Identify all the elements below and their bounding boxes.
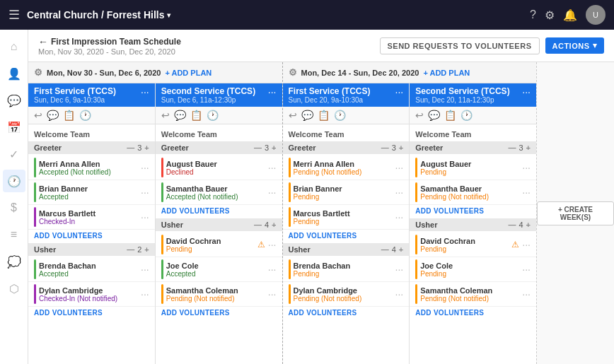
sidebar-item-people[interactable]: 👤 [3, 62, 25, 85]
create-week-button[interactable]: + CREATE WEEK(S) [537, 201, 614, 225]
hamburger-icon[interactable]: ☰ [8, 7, 20, 23]
chat-svc-icon[interactable]: 💬 [301, 110, 313, 121]
nav-icons: ? ⚙ 🔔 U [530, 5, 606, 25]
vol-dots[interactable]: ··· [268, 264, 277, 275]
add-volunteers-btn[interactable]: ADD VOLUNTEERS [283, 307, 410, 319]
back-arrow-icon[interactable]: ← [38, 36, 48, 47]
vol-dots[interactable]: ··· [141, 211, 149, 223]
week-1-section: ⚙ Mon, Nov 30 - Sun, Dec 6, 2020 + ADD P… [28, 62, 282, 83]
vol-dots[interactable]: ··· [395, 288, 404, 300]
notifications-icon[interactable]: 🔔 [563, 8, 577, 22]
sidebar-item-chat[interactable]: 💬 [3, 89, 25, 112]
chat-svc-icon[interactable]: 💬 [428, 110, 440, 121]
vol-dots[interactable]: ··· [141, 264, 149, 275]
vol-dots[interactable]: ··· [522, 264, 531, 275]
sidebar-item-dollar[interactable]: $ [3, 196, 25, 219]
add-volunteers-btn[interactable]: ADD VOLUNTEERS [410, 205, 536, 217]
service-title-2: Second Service (TCCS) [161, 86, 255, 96]
vol-dots[interactable]: ··· [268, 288, 277, 300]
settings-icon[interactable]: ⚙ [545, 8, 555, 22]
gear-week2-icon[interactable]: ⚙ [289, 67, 297, 78]
service-dots-1[interactable]: ··· [141, 86, 149, 98]
gear-week1-icon[interactable]: ⚙ [34, 67, 42, 78]
sidebar-item-check[interactable]: ✓ [3, 143, 25, 165]
greeter-minus-2[interactable]: — [254, 143, 262, 152]
add-plan-week1-button[interactable]: + ADD PLAN [165, 69, 212, 77]
main-layout: ⌂ 👤 💬 📅 ✓ 🕐 $ ≡ 💭 ⬡ ← First Impression T… [0, 30, 614, 364]
vol-dots[interactable]: ··· [522, 187, 531, 198]
vol-dots[interactable]: ··· [522, 288, 531, 300]
week-2-bar: ⚙ Mon, Dec 14 - Sun, Dec 20, 2020 + ADD … [283, 62, 537, 83]
vol-dots[interactable]: ··· [268, 187, 277, 198]
greeter-minus-3[interactable]: — [381, 143, 389, 152]
vol-dots[interactable]: ··· [395, 162, 404, 173]
week-1-services: First Service (TCCS) Sun, Dec 6, 9a-10:3… [28, 83, 282, 364]
add-volunteers-btn[interactable]: ADD VOLUNTEERS [410, 307, 536, 319]
vol-dots[interactable]: ··· [522, 162, 531, 173]
service-header-4: Second Service (TCCS) Sun, Dec 20, 11a-1… [410, 83, 536, 107]
usher-plus-4[interactable]: + [526, 221, 531, 229]
vol-color [161, 182, 163, 202]
usher-minus-3[interactable]: — [381, 245, 389, 254]
vol-color [415, 284, 417, 304]
add-volunteers-btn[interactable]: ADD VOLUNTEERS [156, 205, 282, 217]
sidebar-item-comment[interactable]: 💭 [3, 250, 25, 273]
sidebar-item-clock[interactable]: 🕐 [3, 170, 25, 192]
sidebar-item-home[interactable]: ⌂ [3, 35, 25, 58]
vol-dots[interactable]: ··· [268, 239, 277, 250]
chat-svc-icon[interactable]: 💬 [47, 110, 59, 121]
clock-svc-icon[interactable]: 🕐 [334, 110, 346, 121]
vol-dots[interactable]: ··· [141, 162, 149, 173]
usher-plus-1[interactable]: + [144, 245, 149, 254]
send-requests-button[interactable]: SEND REQUESTS TO VOLUNTEERS [380, 37, 540, 54]
avatar[interactable]: U [586, 5, 606, 25]
greeter-plus-1[interactable]: + [144, 143, 149, 152]
usher-plus-3[interactable]: + [399, 245, 403, 254]
sidebar-item-nodes[interactable]: ⬡ [3, 277, 25, 300]
chat-svc-icon[interactable]: 💬 [174, 110, 186, 121]
greeter-plus-4[interactable]: + [526, 143, 531, 152]
greeter-plus-3[interactable]: + [399, 143, 403, 152]
usher-plus-2[interactable]: + [272, 221, 276, 229]
vol-dots[interactable]: ··· [268, 162, 277, 173]
sidebar-item-list[interactable]: ≡ [3, 223, 25, 246]
service-dots-3[interactable]: ··· [395, 86, 404, 98]
vol-dots[interactable]: ··· [395, 264, 404, 275]
reply-icon[interactable]: ↩ [161, 110, 170, 121]
add-volunteers-btn[interactable]: ADD VOLUNTEERS [28, 307, 155, 319]
title-chevron[interactable]: ▾ [167, 11, 170, 19]
reply-icon[interactable]: ↩ [415, 110, 424, 121]
doc-icon[interactable]: 📋 [63, 110, 75, 121]
section-welcome-3: Welcome Team [283, 127, 410, 140]
usher-minus-2[interactable]: — [254, 221, 262, 229]
clock-svc-icon[interactable]: 🕐 [460, 110, 473, 121]
doc-icon[interactable]: 📋 [190, 110, 202, 121]
vol-dots[interactable]: ··· [395, 187, 404, 198]
greeter-plus-2[interactable]: + [272, 143, 276, 152]
greeter-minus-4[interactable]: — [508, 143, 516, 152]
vol-dots[interactable]: ··· [141, 288, 149, 300]
add-volunteers-btn[interactable]: ADD VOLUNTEERS [156, 307, 282, 319]
doc-icon[interactable]: 📋 [318, 110, 330, 121]
usher-minus-4[interactable]: — [508, 221, 516, 229]
add-volunteers-btn[interactable]: ADD VOLUNTEERS [28, 230, 155, 242]
reply-icon[interactable]: ↩ [34, 110, 42, 121]
vol-dots[interactable]: ··· [141, 187, 149, 198]
clock-svc-icon[interactable]: 🕐 [207, 110, 219, 121]
reply-icon[interactable]: ↩ [289, 110, 297, 121]
service-icons-1: ↩ 💬 📋 🕐 [28, 107, 155, 124]
greeter-minus-1[interactable]: — [127, 143, 134, 152]
actions-button[interactable]: ACTIONS ▾ [545, 37, 605, 54]
service-dots-4[interactable]: ··· [522, 86, 531, 98]
add-volunteers-btn[interactable]: ADD VOLUNTEERS [283, 230, 410, 242]
vol-dots[interactable]: ··· [395, 211, 404, 223]
sidebar-item-calendar[interactable]: 📅 [3, 116, 25, 139]
service-body-4: Welcome Team Greeter — 3 + [410, 124, 536, 364]
service-dots-2[interactable]: ··· [268, 86, 277, 98]
add-plan-week2-button[interactable]: + ADD PLAN [423, 69, 470, 77]
clock-svc-icon[interactable]: 🕐 [79, 110, 91, 121]
help-icon[interactable]: ? [530, 8, 536, 21]
doc-icon[interactable]: 📋 [444, 110, 456, 121]
vol-dots[interactable]: ··· [522, 239, 531, 250]
usher-minus-1[interactable]: — [127, 245, 134, 254]
